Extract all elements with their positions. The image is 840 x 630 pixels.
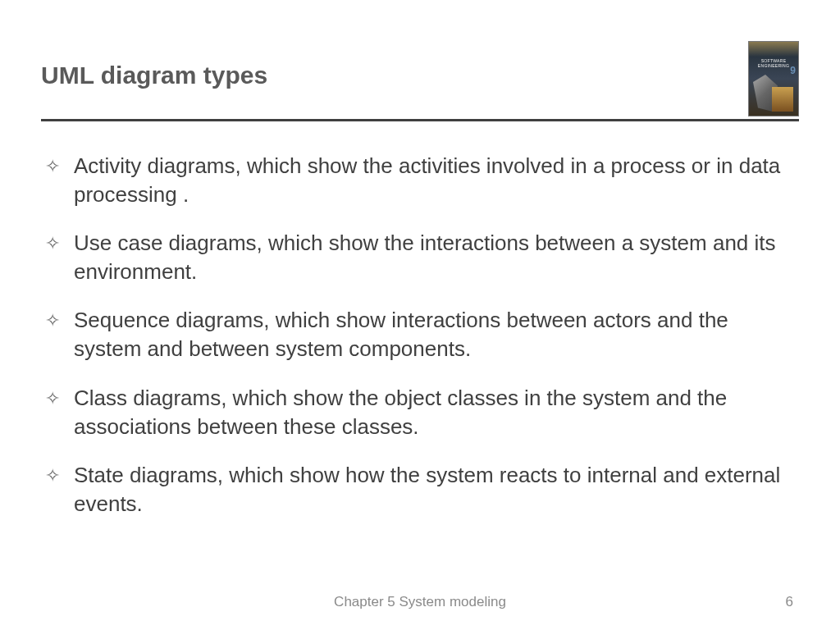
list-item: ✧ State diagrams, which show how the sys… <box>45 461 795 518</box>
page-number: 6 <box>786 594 793 610</box>
bullet-list: ✧ Activity diagrams, which show the acti… <box>45 152 795 518</box>
diamond-bullet-icon: ✧ <box>45 152 74 179</box>
slide-title: UML diagram types <box>41 62 267 89</box>
bullet-text: Use case diagrams, which show the intera… <box>74 229 795 286</box>
slide-content: ✧ Activity diagrams, which show the acti… <box>0 123 840 518</box>
list-item: ✧ Activity diagrams, which show the acti… <box>45 152 795 209</box>
list-item: ✧ Sequence diagrams, which show interact… <box>45 306 795 363</box>
bullet-text: Class diagrams, which show the object cl… <box>74 384 795 441</box>
diamond-bullet-icon: ✧ <box>45 229 74 256</box>
bullet-text: Activity diagrams, which show the activi… <box>74 152 795 209</box>
diamond-bullet-icon: ✧ <box>45 461 74 488</box>
list-item: ✧ Use case diagrams, which show the inte… <box>45 229 795 286</box>
header-divider <box>41 119 799 121</box>
slide-header: UML diagram types <box>0 0 840 123</box>
bullet-text: State diagrams, which show how the syste… <box>74 461 795 518</box>
diamond-bullet-icon: ✧ <box>45 384 74 411</box>
footer-chapter: Chapter 5 System modeling <box>0 594 840 610</box>
list-item: ✧ Class diagrams, which show the object … <box>45 384 795 441</box>
book-cover-image <box>748 41 799 116</box>
bullet-text: Sequence diagrams, which show interactio… <box>74 306 795 363</box>
diamond-bullet-icon: ✧ <box>45 306 74 333</box>
